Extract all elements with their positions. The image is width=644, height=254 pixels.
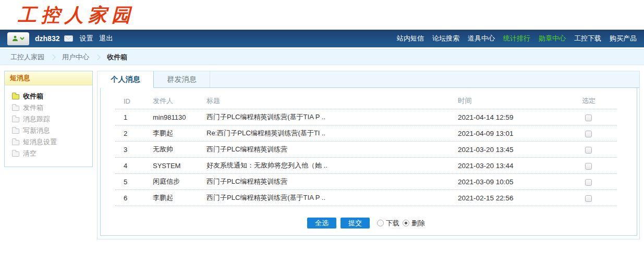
row-checkbox[interactable]	[585, 179, 592, 186]
user-icon	[12, 35, 18, 42]
tab[interactable]: 群发消息	[154, 71, 210, 87]
logo-bar: 工控人家园	[0, 0, 644, 30]
tab-bar: 个人消息群发消息	[98, 71, 639, 88]
message-title-link[interactable]: 西门子PLC编程精英训练营	[206, 177, 458, 186]
cell-id: 3	[115, 146, 153, 154]
sidebar-item-label: 清空	[23, 149, 37, 158]
actions-row: 全选 提交 下载删除	[115, 218, 617, 228]
cell-id: 2	[115, 130, 153, 137]
nav-link[interactable]: 站内短信	[397, 34, 424, 42]
column-header: 选定	[582, 96, 617, 106]
mail-icon[interactable]	[64, 35, 73, 42]
message-title-link[interactable]: 好友系统通知：无敌帅将您列入他（她 ..	[206, 161, 458, 170]
radio-option[interactable]: 删除	[403, 219, 425, 228]
sidebar-item-label: 收件箱	[23, 92, 43, 101]
table-row: 1min981130西门子PLC编程精英训练营(基于TIA P ..2021-0…	[115, 109, 617, 125]
cell-sender: 闲庭信步	[153, 177, 206, 186]
message-content-box: ID发件人标题时间选定 1min981130西门子PLC编程精英训练营(基于TI…	[100, 88, 637, 236]
sidebar: 短消息 收件箱发件箱消息跟踪写新消息短消息设置清空	[4, 71, 93, 167]
cell-time: 2021-03-20 13:44	[458, 162, 582, 170]
sidebar-item-link[interactable]: 清空	[12, 148, 92, 159]
cell-sender: 李鹏起	[153, 129, 206, 138]
chevron-right-icon	[50, 54, 55, 60]
chevron-down-icon	[20, 37, 25, 40]
user-menu-badge[interactable]	[7, 32, 29, 45]
folder-icon	[12, 117, 19, 122]
sidebar-item-active[interactable]: 收件箱	[12, 91, 92, 102]
column-header: ID	[115, 97, 153, 105]
row-checkbox[interactable]	[585, 163, 592, 170]
cell-select	[582, 177, 617, 185]
cell-select	[582, 113, 617, 121]
table-row: 3无敌帅西门子PLC编程精英训练营2021-03-20 13:45	[115, 142, 617, 158]
breadcrumb-item[interactable]: 工控人家园	[10, 53, 44, 62]
cell-id: 6	[115, 194, 153, 202]
nav-link[interactable]: 勋章中心	[539, 34, 566, 42]
cell-time: 2021-04-09 13:01	[458, 130, 582, 137]
cell-time: 2021-03-09 10:05	[458, 178, 582, 186]
breadcrumb-item[interactable]: 用户中心	[62, 53, 89, 62]
breadcrumb: 工控人家园用户中心收件箱	[0, 49, 644, 65]
page-layout: 短消息 收件箱发件箱消息跟踪写新消息短消息设置清空 个人消息群发消息 ID发件人…	[4, 71, 640, 239]
breadcrumb-item: 收件箱	[107, 53, 127, 62]
row-checkbox[interactable]	[585, 115, 592, 121]
username-link[interactable]: dzh832	[35, 34, 59, 43]
radio-group: 下载删除	[374, 219, 425, 228]
nav-link[interactable]: 工控下载	[574, 34, 601, 42]
table-row: 4SYSTEM好友系统通知：无敌帅将您列入他（她 ..2021-03-20 13…	[115, 158, 617, 174]
sidebar-item-link[interactable]: 短消息设置	[12, 136, 92, 148]
radio-unchecked-icon[interactable]	[377, 220, 384, 226]
nav-link[interactable]: 道具中心	[468, 34, 495, 42]
cell-sender: min981130	[153, 113, 206, 121]
message-title-link[interactable]: 西门子PLC编程精英训练营	[206, 145, 458, 154]
site-logo[interactable]: 工控人家园	[18, 4, 135, 26]
row-checkbox[interactable]	[585, 147, 592, 154]
folder-icon	[12, 140, 19, 145]
message-title-link[interactable]: Re:西门子PLC编程精英训练营(基于TI ..	[206, 129, 458, 138]
row-checkbox[interactable]	[585, 195, 592, 202]
nav-right-links: 站内短信论坛搜索道具中心统计排行勋章中心工控下载购买产品	[388, 34, 637, 43]
cell-select	[582, 161, 617, 169]
cell-id: 1	[115, 113, 153, 121]
radio-option[interactable]: 下载	[377, 219, 399, 228]
message-table: ID发件人标题时间选定 1min981130西门子PLC编程精英训练营(基于TI…	[115, 93, 617, 206]
nav-link[interactable]: 统计排行	[503, 34, 530, 42]
nav-left-links: 设置退出	[79, 34, 119, 43]
cell-sender: 李鹏起	[153, 193, 206, 202]
folder-icon	[12, 106, 19, 111]
chevron-right-icon	[94, 54, 100, 60]
sidebar-item-link[interactable]: 写新消息	[12, 125, 92, 136]
sidebar-item-label: 消息跟踪	[23, 115, 50, 124]
sidebar-title: 短消息	[5, 71, 92, 85]
tab-active[interactable]: 个人消息	[98, 71, 154, 88]
radio-label: 删除	[411, 219, 425, 228]
cell-select	[582, 194, 617, 201]
cell-select	[582, 129, 617, 137]
radio-label: 下载	[386, 219, 399, 228]
sidebar-item-label: 发件箱	[23, 103, 43, 112]
cell-id: 4	[115, 162, 153, 170]
cell-sender: 无敌帅	[153, 145, 206, 154]
folder-icon	[12, 129, 19, 134]
cell-time: 2021-04-14 12:59	[458, 113, 582, 121]
table-row: 6李鹏起西门子PLC编程精英训练营(基于TIA P ..2021-02-15 2…	[115, 190, 617, 206]
radio-checked-icon[interactable]	[403, 220, 409, 226]
nav-link[interactable]: 购买产品	[610, 34, 637, 42]
row-checkbox[interactable]	[585, 131, 592, 137]
sidebar-list: 收件箱发件箱消息跟踪写新消息短消息设置清空	[5, 85, 92, 167]
column-header: 标题	[206, 96, 458, 106]
nav-link[interactable]: 退出	[99, 34, 113, 42]
nav-link[interactable]: 论坛搜索	[432, 34, 459, 42]
sidebar-item-label: 短消息设置	[23, 137, 57, 147]
sidebar-item-link[interactable]: 消息跟踪	[12, 113, 92, 125]
table-header-row: ID发件人标题时间选定	[115, 93, 617, 109]
message-title-link[interactable]: 西门子PLC编程精英训练营(基于TIA P ..	[206, 193, 458, 202]
folder-icon	[12, 151, 19, 157]
nav-link[interactable]: 设置	[79, 34, 93, 42]
table-body: 1min981130西门子PLC编程精英训练营(基于TIA P ..2021-0…	[115, 109, 617, 206]
sidebar-item-label: 写新消息	[23, 126, 50, 135]
submit-button[interactable]: 提交	[341, 218, 370, 228]
sidebar-item-link[interactable]: 发件箱	[12, 102, 92, 113]
select-all-button[interactable]: 全选	[307, 218, 336, 228]
message-title-link[interactable]: 西门子PLC编程精英训练营(基于TIA P ..	[206, 112, 458, 122]
